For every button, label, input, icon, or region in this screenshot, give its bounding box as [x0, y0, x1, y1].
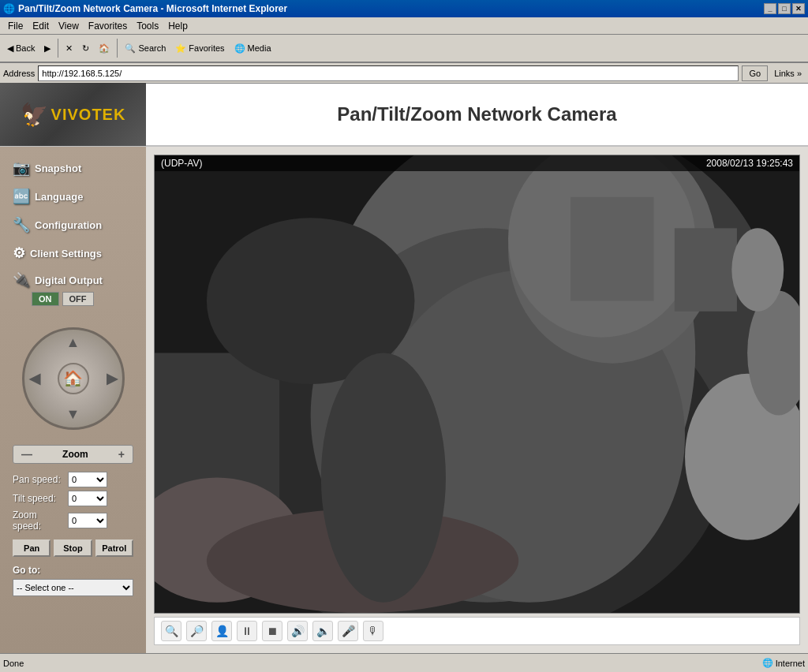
camera-feed: (UDP-AV) 2008/02/13 19:25:43 [154, 155, 800, 614]
go-button[interactable]: Go [742, 65, 768, 81]
menu-view[interactable]: View [54, 19, 84, 33]
ptz-right-button[interactable]: ▶ [107, 370, 118, 387]
menu-edit[interactable]: Edit [28, 19, 54, 33]
status-text: Done [3, 659, 24, 668]
zoom-speed-row: Zoom speed: 0123 [13, 510, 133, 532]
toolbar-sep-1 [58, 39, 58, 58]
zoom-speed-label: Zoom speed: [13, 510, 68, 532]
internet-icon: 🌐 [762, 658, 773, 668]
back-button[interactable]: ◀ Back [3, 37, 39, 59]
address-input[interactable] [38, 65, 739, 81]
camera-datetime: 2008/02/13 19:25:43 [706, 158, 793, 169]
pan-speed-row: Pan speed: 0123 [13, 472, 133, 487]
digital-output-on-button[interactable]: ON [32, 292, 59, 306]
search-button[interactable]: 🔍 Search [121, 37, 170, 59]
camera-image [155, 155, 799, 613]
close-button[interactable]: ✕ [792, 3, 805, 14]
tilt-speed-select[interactable]: 0123 [68, 491, 107, 506]
logo-text: VIVOTEK [51, 106, 126, 124]
ptz-home-button[interactable]: 🏠 [58, 363, 89, 394]
cam-pause-button[interactable]: ⏸ [237, 621, 257, 641]
back-icon: ◀ [7, 43, 13, 54]
sidebar: 📷 Snapshot 🔤 Language 🔧 Configuration ⚙ … [0, 147, 146, 653]
maximize-button[interactable]: □ [778, 3, 791, 14]
sidebar-item-snapshot[interactable]: 📷 Snapshot [6, 155, 140, 181]
pan-speed-label: Pan speed: [13, 474, 68, 485]
logo-area: 🦅 VIVOTEK [0, 83, 146, 146]
ptz-control: ▲ ▼ ◀ ▶ 🏠 [18, 323, 129, 434]
status-right: 🌐 Internet [762, 658, 805, 668]
snapshot-icon: 📷 [13, 159, 30, 177]
pan-button[interactable]: Pan [13, 539, 50, 557]
mic2-icon: 🎙 [368, 625, 379, 637]
digital-output-off-button[interactable]: OFF [62, 292, 94, 306]
address-bar: Address Go Links » [0, 63, 808, 84]
client-settings-icon: ⚙ [13, 245, 25, 262]
sidebar-item-configuration[interactable]: 🔧 Configuration [6, 211, 140, 238]
camera-protocol: (UDP-AV) [161, 158, 202, 169]
cam-record-button[interactable]: 👤 [211, 621, 232, 641]
cam-mute-button[interactable]: 🔈 [312, 621, 333, 641]
title-bar: 🌐 Pan/Tilt/Zoom Network Camera - Microso… [0, 0, 808, 17]
ptz-up-button[interactable]: ▲ [66, 334, 80, 351]
svg-rect-11 [570, 197, 653, 301]
search-icon: 🔍 [125, 43, 136, 54]
speed-controls: Pan speed: 0123 Tilt speed: 0123 Zoom sp… [6, 472, 140, 535]
zoom-minus-button[interactable]: — [18, 448, 36, 461]
audio-icon: 🔊 [291, 625, 305, 637]
star-icon: ⭐ [175, 43, 186, 54]
zoom-out-icon: 🔎 [190, 625, 204, 637]
favorites-button[interactable]: ⭐ Favorites [171, 37, 228, 59]
title-bar-buttons: _ □ ✕ [764, 3, 805, 14]
configuration-icon: 🔧 [13, 216, 30, 233]
zoom-plus-button[interactable]: + [115, 448, 128, 461]
refresh-button[interactable]: ↻ [78, 37, 93, 59]
cam-zoom-in-button[interactable]: 🔍 [161, 621, 181, 641]
digital-output-buttons: ON OFF [32, 292, 133, 306]
stop-button[interactable]: Stop [54, 539, 92, 557]
window-title: Pan/Tilt/Zoom Network Camera - Microsoft… [18, 3, 287, 14]
menu-bar: File Edit View Favorites Tools Help [0, 17, 808, 35]
ptz-left-button[interactable]: ◀ [29, 370, 40, 387]
zoom-speed-select[interactable]: 0123 [68, 513, 107, 528]
sidebar-item-client-settings[interactable]: ⚙ Client Settings [6, 240, 140, 267]
media-icon: 🌐 [234, 43, 245, 54]
browser-content: 🦅 VIVOTEK Pan/Tilt/Zoom Network Camera 📷… [0, 84, 808, 653]
stop-icon: ✕ [65, 43, 73, 54]
menu-tools[interactable]: Tools [132, 19, 163, 33]
zoom-in-icon: 🔍 [165, 625, 178, 637]
control-buttons: Pan Stop Patrol [6, 536, 140, 563]
address-label: Address [3, 69, 35, 78]
cam-mic2-button[interactable]: 🎙 [363, 621, 383, 641]
minimize-button[interactable]: _ [764, 3, 776, 14]
pan-speed-select[interactable]: 0123 [68, 472, 107, 487]
media-button[interactable]: 🌐 Media [230, 37, 275, 59]
sidebar-item-language[interactable]: 🔤 Language [6, 183, 140, 210]
zone-label: Internet [776, 659, 805, 668]
goto-select[interactable]: -- Select one -- [13, 579, 133, 596]
goto-label: Go to: [13, 565, 133, 576]
page-header: 🦅 VIVOTEK Pan/Tilt/Zoom Network Camera [0, 84, 808, 147]
toolbar-sep-2 [117, 39, 118, 58]
ptz-down-button[interactable]: ▼ [66, 406, 80, 423]
page-title-area: Pan/Tilt/Zoom Network Camera [146, 103, 808, 125]
page-title: Pan/Tilt/Zoom Network Camera [337, 103, 616, 125]
camera-controls-bar: 🔍 🔎 👤 ⏸ ⏹ 🔊 🔈 [154, 617, 800, 645]
camera-area: (UDP-AV) 2008/02/13 19:25:43 [146, 147, 808, 653]
menu-help[interactable]: Help [163, 19, 193, 33]
home-button[interactable]: 🏠 [95, 37, 114, 59]
patrol-button[interactable]: Patrol [95, 539, 133, 557]
tilt-speed-label: Tilt speed: [13, 493, 68, 504]
cam-audio-button[interactable]: 🔊 [287, 621, 308, 641]
menu-file[interactable]: File [3, 19, 28, 33]
links-button[interactable]: Links » [771, 69, 805, 78]
stop-button[interactable]: ✕ [62, 37, 77, 59]
status-internet: 🌐 Internet [762, 658, 805, 668]
cam-stop-button[interactable]: ⏹ [262, 621, 282, 641]
forward-button[interactable]: ▶ [40, 37, 54, 59]
cam-zoom-out-button[interactable]: 🔎 [186, 621, 207, 641]
cam-mic1-button[interactable]: 🎤 [338, 621, 358, 641]
refresh-icon: ↻ [82, 43, 89, 54]
sidebar-item-digital-output: 🔌 Digital Output ON OFF [6, 268, 140, 312]
menu-favorites[interactable]: Favorites [84, 19, 132, 33]
